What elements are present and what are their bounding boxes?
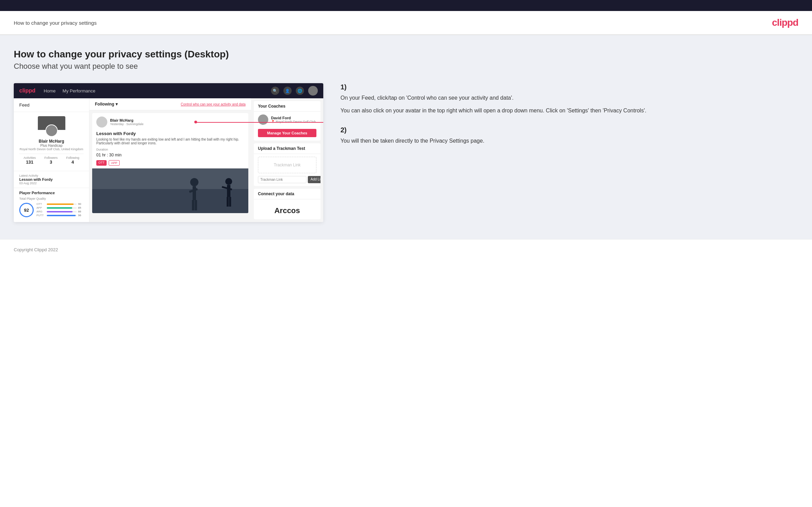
duration-label: Duration [96,148,108,151]
chevron-down-icon: ▾ [116,102,118,107]
coach-row: David Ford 📍 Royal North Devon Golf Club [254,112,321,128]
trackman-card-title: Upload a Trackman Test [254,143,321,154]
mockup-latest-activity: Latest Activity Lesson with Fordy 03 Aug… [14,171,89,188]
mockup-avatar-area [38,116,65,137]
tag-ott: OTT [96,160,107,166]
connect-content: Arccos [254,199,321,219]
step-1: 1) On your Feed, click/tap on 'Control w… [340,83,798,115]
latest-activity-date: 03 Aug 2022 [19,181,84,185]
bar-label-app: APP [36,206,45,209]
mockup-right-panel: Your Coaches David Ford 📍 Royal North De… [251,98,323,222]
post-avatar [96,117,107,128]
bar-fill-ott [47,203,74,205]
post-duration-label: Duration [92,148,248,151]
mockup-feed-header: Following ▾ Control who can see your act… [89,98,251,110]
quality-label: Total Player Quality [19,197,84,200]
trackman-add-btn[interactable]: Add Link [308,176,321,183]
privacy-link[interactable]: Control who can see your activity and da… [181,102,246,106]
bar-row-putt: PUTT 96 [36,214,84,217]
person-icon[interactable]: 👤 [283,87,292,95]
trackman-input[interactable] [258,176,306,183]
mockup-stat-activities: Activities 131 [23,156,36,165]
coaches-card: Your Coaches David Ford 📍 Royal North De… [254,101,321,141]
mockup-container: clippd Home My Performance 🔍 👤 🌐 Feed [14,83,323,222]
avatar-icon[interactable] [308,86,318,96]
manage-coaches-btn[interactable]: Manage Your Coaches [258,129,316,137]
page-subheading: Choose what you want people to see [14,62,798,71]
step-2-number: 2) [340,126,798,134]
footer: Copyright Clippd 2022 [0,239,812,260]
header: How to change your privacy settings clip… [0,11,812,35]
search-icon[interactable]: 🔍 [271,87,279,95]
mockup-nav: clippd Home My Performance 🔍 👤 🌐 [14,83,323,98]
header-title: How to change your privacy settings [14,20,97,26]
mockup-avatar [45,124,58,137]
svg-rect-6 [195,200,197,210]
mockup-stat-following: Following 4 [66,156,79,165]
bar-val-putt: 96 [78,214,84,217]
followers-value: 3 [44,159,58,165]
post-author-info: Blair McHarg Yesterday · Sunningdale [110,118,143,126]
coaches-card-title: Your Coaches [254,101,321,112]
globe-icon[interactable]: 🌐 [296,87,304,95]
mockup-feed-tab[interactable]: Feed [14,98,89,112]
bar-val-ott: 90 [78,202,84,206]
step-2: 2) You will then be taken directly to th… [340,126,798,145]
duration-value: 01 hr : 30 min [96,153,121,157]
followers-label: Followers [44,156,58,159]
quality-score: 92 [19,203,34,217]
copyright: Copyright Clippd 2022 [14,247,58,252]
latest-activity-label: Latest Activity [19,174,84,177]
post-image [92,168,248,213]
step-1-number: 1) [340,83,798,91]
mockup-nav-links: Home My Performance [44,88,95,93]
following-btn[interactable]: Following ▾ [95,102,118,107]
logo: clippd [772,17,798,28]
trackman-input-row: Add Link [258,176,316,183]
svg-rect-5 [192,200,194,210]
mockup-body: Feed Blair McHarg Plus Handicap Royal No… [14,98,323,222]
coach-name: David Ford [271,116,316,120]
svg-rect-11 [229,197,231,207]
annotation-line [195,122,323,123]
mockup-and-steps: clippd Home My Performance 🔍 👤 🌐 Feed [14,83,798,222]
bar-track-app [47,207,77,209]
activities-value: 131 [23,159,36,165]
svg-point-7 [225,178,232,185]
bar-label-ott: OTT [36,202,45,206]
bar-track-arg [47,211,77,212]
mockup-user-name: Blair McHarg [19,139,84,144]
bar-val-app: 85 [78,206,84,209]
coach-club-text: Royal North Devon Golf Club [276,120,316,123]
mockup-sidebar: Feed Blair McHarg Plus Handicap Royal No… [14,98,89,222]
activities-label: Activities [23,156,36,159]
tag-app: APP [109,160,120,166]
arccos-label: Arccos [258,202,316,217]
svg-point-2 [190,178,198,186]
post-author-name: Blair McHarg [110,118,143,122]
svg-rect-3 [193,186,196,200]
svg-rect-8 [227,185,230,197]
coach-avatar [258,114,268,125]
bar-fill-app [47,207,72,209]
mockup-nav-home[interactable]: Home [44,88,56,93]
steps-container: 1) On your Feed, click/tap on 'Control w… [337,83,798,156]
page-heading: How to change your privacy settings (Des… [14,49,798,60]
mockup-nav-icons: 🔍 👤 🌐 [271,86,318,96]
bar-row-app: APP 85 [36,206,84,209]
connect-card-title: Connect your data [254,189,321,199]
post-location: Yesterday · Sunningdale [110,122,143,126]
bar-fill-putt [47,215,76,216]
step-1-text-1: On your Feed, click/tap on 'Control who … [340,94,798,102]
svg-rect-1 [92,189,248,213]
mockup-nav-performance[interactable]: My Performance [63,88,95,93]
main-content: How to change your privacy settings (Des… [0,35,812,239]
bar-val-arg: 86 [78,210,84,213]
mockup-profile-card: Blair McHarg Plus Handicap Royal North D… [14,112,89,171]
mockup-performance: Player Performance Total Player Quality … [14,188,89,220]
connect-card: Connect your data Arccos [254,189,321,219]
following-label: Following [95,102,114,107]
coach-club: 📍 Royal North Devon Golf Club [271,120,316,123]
bar-track-ott [47,203,77,205]
step-1-text: On your Feed, click/tap on 'Control who … [340,94,798,115]
